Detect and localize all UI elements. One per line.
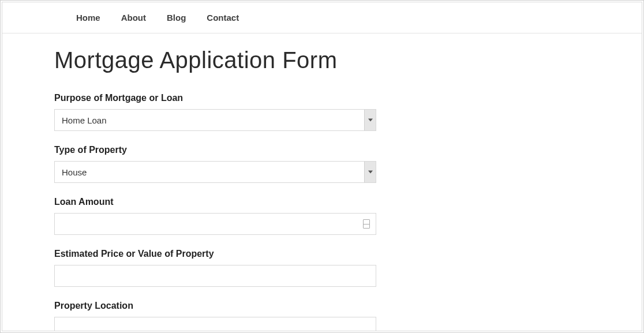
nav-about[interactable]: About — [121, 13, 146, 23]
page-content: Mortgage Application Form Purpose of Mor… — [2, 33, 642, 331]
label-property-location: Property Location — [54, 301, 376, 311]
select-purpose-value: Home Loan — [62, 115, 107, 125]
field-property-location: Property Location Address Line 1 — [54, 301, 376, 331]
input-estimated-value[interactable] — [54, 265, 376, 287]
label-loan-amount: Loan Amount — [54, 197, 376, 207]
label-property-type: Type of Property — [54, 145, 376, 155]
page-title: Mortgage Application Form — [54, 47, 642, 73]
nav-home[interactable]: Home — [76, 13, 100, 23]
chevron-down-icon — [364, 110, 376, 130]
field-estimated-value: Estimated Price or Value of Property — [54, 249, 376, 287]
input-property-location[interactable] — [54, 317, 376, 331]
field-property-type: Type of Property House — [54, 145, 376, 183]
label-estimated-value: Estimated Price or Value of Property — [54, 249, 376, 259]
chevron-down-icon — [364, 162, 376, 182]
select-property-type[interactable]: House — [54, 161, 376, 183]
select-purpose[interactable]: Home Loan — [54, 109, 376, 131]
select-property-type-value: House — [62, 167, 87, 177]
nav-contact[interactable]: Contact — [207, 13, 239, 23]
label-purpose: Purpose of Mortgage or Loan — [54, 93, 376, 103]
input-loan-amount[interactable] — [55, 214, 376, 234]
field-purpose: Purpose of Mortgage or Loan Home Loan — [54, 93, 376, 131]
field-loan-amount: Loan Amount — [54, 197, 376, 235]
nav-blog[interactable]: Blog — [167, 13, 186, 23]
top-nav: Home About Blog Contact — [2, 2, 642, 33]
